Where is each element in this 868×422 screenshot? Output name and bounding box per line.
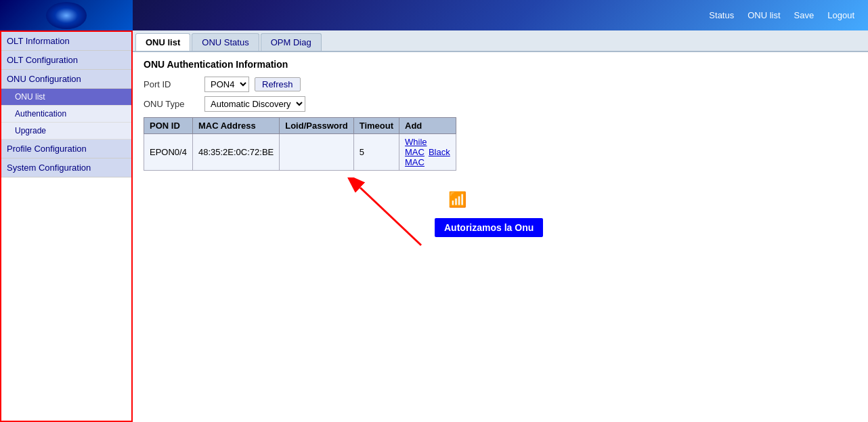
globe-icon <box>46 2 87 29</box>
top-header: Status ONU list Save Logout <box>0 0 868 30</box>
content-area: ONU Authentication Information Port ID P… <box>133 52 868 266</box>
tab-onu-list[interactable]: ONU list <box>135 33 190 51</box>
col-mac-address: MAC Address <box>192 118 279 134</box>
col-loid-password: Loid/Password <box>280 118 353 134</box>
section-title: ONU Authentication Information <box>144 59 857 70</box>
nav-links: Status ONU list Save Logout <box>709 10 854 20</box>
col-timeout: Timeout <box>353 118 399 134</box>
sidebar-item-profile-config[interactable]: Profile Configuration <box>1 140 131 159</box>
nav-save[interactable]: Save <box>794 10 815 20</box>
sidebar-sub-upgrade[interactable]: Upgrade <box>1 123 131 140</box>
port-id-select[interactable]: PON1 PON2 PON3 PON4 PON5 PON6 PON7 PON8 <box>204 77 249 92</box>
col-add: Add <box>399 118 456 134</box>
table-row: EPON0/448:35:2E:0C:72:BE5While MACBlack … <box>144 134 456 171</box>
refresh-button[interactable]: Refresh <box>255 77 301 91</box>
while-mac-link[interactable]: While MAC <box>405 137 427 157</box>
onu-type-label: ONU Type <box>144 99 204 109</box>
nav-logout[interactable]: Logout <box>827 10 854 20</box>
svg-line-1 <box>360 188 421 245</box>
tab-opm-diag[interactable]: OPM Diag <box>261 33 322 51</box>
port-id-label: Port ID <box>144 79 204 89</box>
tab-onu-status[interactable]: ONU Status <box>192 33 259 51</box>
onu-type-row: ONU Type Automatic Discovery Manual <box>144 96 857 112</box>
wifi-icon: 📶 <box>448 191 466 209</box>
sidebar-item-system-config[interactable]: System Configuration <box>1 159 131 177</box>
cell-mac-address: 48:35:2E:0C:72:BE <box>192 134 279 171</box>
sidebar-item-olt-info[interactable]: OLT Information <box>1 32 131 51</box>
nav-status[interactable]: Status <box>709 10 734 20</box>
annotation-box: Autorizamos la Onu <box>435 218 543 237</box>
arrow-icon <box>340 177 448 252</box>
annotation-container: 📶 Autorizamos la Onu <box>144 177 857 259</box>
cell-pon-id: EPON0/4 <box>144 134 193 171</box>
col-pon-id: PON ID <box>144 118 193 134</box>
cell-add: While MACBlack MAC <box>399 134 456 171</box>
onu-table: PON ID MAC Address Loid/Password Timeout… <box>144 117 456 171</box>
sidebar-sub-authentication[interactable]: Authentication <box>1 106 131 123</box>
sidebar-item-onu-config[interactable]: ONU Configuration <box>1 70 131 89</box>
cell-timeout: 5 <box>353 134 399 171</box>
sidebar: OLT Information OLT Configuration ONU Co… <box>0 30 133 422</box>
sidebar-sub-onu-list[interactable]: ONU list <box>1 89 131 106</box>
port-id-row: Port ID PON1 PON2 PON3 PON4 PON5 PON6 PO… <box>144 77 857 92</box>
cell-loid-password <box>280 134 353 171</box>
logo-area <box>0 0 133 30</box>
onu-type-select[interactable]: Automatic Discovery Manual <box>204 96 305 112</box>
main-content: ONU list ONU Status OPM Diag ONU Authent… <box>133 30 868 422</box>
sidebar-item-olt-config[interactable]: OLT Configuration <box>1 51 131 70</box>
nav-onu-list[interactable]: ONU list <box>747 10 780 20</box>
tab-bar: ONU list ONU Status OPM Diag <box>133 30 868 52</box>
